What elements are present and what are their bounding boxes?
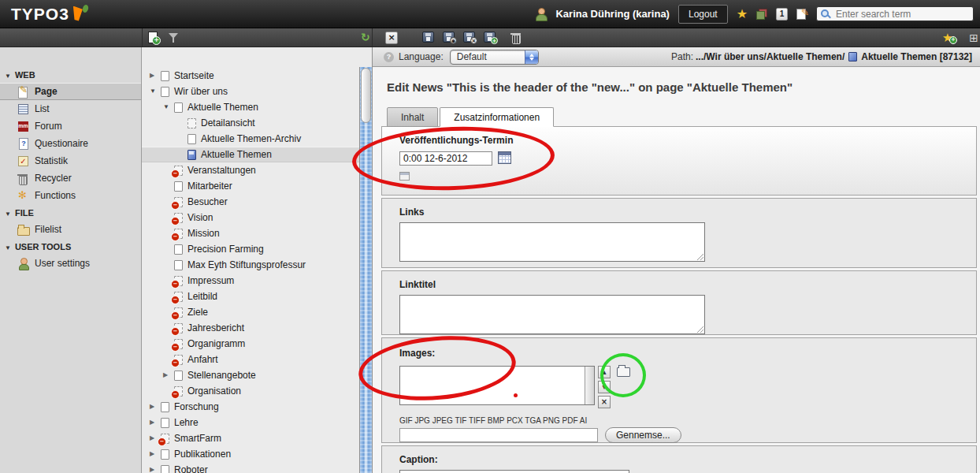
links-textarea[interactable] (399, 222, 705, 262)
tree-item-label[interactable]: Wir über uns (174, 86, 228, 97)
publish-date-input[interactable] (399, 151, 492, 166)
tree-item[interactable]: Detailansicht (142, 115, 359, 131)
tree-item[interactable]: Mission (142, 225, 359, 241)
tree-item[interactable]: Publikationen (142, 446, 359, 462)
expand-toggle-icon[interactable] (163, 367, 173, 383)
bookmark-add-icon[interactable] (942, 31, 955, 43)
browse-button[interactable]: Gennemse... (605, 427, 681, 443)
tree-item-label[interactable]: Jahresbericht (187, 322, 244, 333)
tree-item-label[interactable]: Stellenangebote (187, 370, 256, 381)
fullscreen-icon[interactable] (969, 32, 978, 44)
tree-item-label[interactable]: Detailansicht (201, 117, 255, 128)
tree-item-label[interactable]: Publikationen (174, 449, 231, 460)
tree-item[interactable]: Stellenangebote (142, 367, 359, 383)
language-select[interactable]: Default (450, 50, 539, 65)
help-icon[interactable] (384, 52, 394, 62)
module-menu-item[interactable]: Filelist (0, 221, 141, 238)
expand-toggle-icon[interactable] (150, 446, 159, 462)
bookmark-star-icon[interactable]: ★ (737, 8, 748, 20)
delete-icon[interactable] (510, 32, 522, 43)
logout-button[interactable]: Logout (678, 5, 728, 24)
tree-item-label[interactable]: Leitbild (187, 291, 217, 302)
browse-folder-icon[interactable] (617, 367, 630, 377)
module-menu-item[interactable]: Statistik (0, 152, 141, 169)
save-close-icon[interactable] (463, 32, 475, 43)
tree-item-label[interactable]: Mission (187, 228, 220, 239)
section-header[interactable]: FILE (0, 204, 141, 221)
module-menu-item[interactable]: Recycler (0, 169, 141, 187)
tree-item[interactable]: Aktuelle Themen-Archiv (142, 131, 359, 147)
module-menu-item[interactable]: User settings (0, 255, 141, 272)
tree-item-label[interactable]: Besucher (187, 196, 228, 207)
tab-inhalt[interactable]: Inhalt (387, 107, 438, 127)
expand-toggle-icon[interactable] (163, 99, 173, 115)
new-page-icon[interactable] (148, 32, 159, 43)
tree-item[interactable]: Aktuelle Themen (142, 99, 359, 115)
tree-item-label[interactable]: Precision Farming (187, 244, 264, 255)
module-menu-item[interactable]: Page (0, 83, 141, 100)
search-input[interactable] (816, 6, 974, 21)
tree-item-label[interactable]: Startseite (174, 70, 214, 81)
linktitel-textarea[interactable] (399, 295, 705, 334)
save-icon[interactable] (422, 32, 434, 43)
refresh-icon[interactable] (361, 31, 370, 43)
tree-item[interactable]: Vision (142, 210, 359, 225)
notes-icon[interactable] (796, 8, 807, 20)
secondary-options-icon[interactable] (399, 172, 410, 181)
move-down-button[interactable] (598, 381, 611, 393)
expand-toggle-icon[interactable] (150, 415, 159, 430)
calendar-icon[interactable] (498, 151, 511, 164)
tree-item-label[interactable]: Aktuelle Themen (187, 102, 258, 113)
tree-item[interactable]: Organisation (142, 383, 359, 399)
expand-toggle-icon[interactable] (150, 399, 159, 415)
scrollbar-thumb[interactable] (361, 68, 371, 123)
module-menu-item[interactable]: List (0, 100, 141, 117)
tree-item[interactable]: Impressum (142, 273, 359, 289)
tree-item[interactable]: Besucher (142, 194, 359, 210)
expand-toggle-icon[interactable] (150, 68, 159, 84)
caption-textarea[interactable] (399, 470, 629, 473)
tree-item[interactable]: Anfahrt (142, 352, 359, 367)
tree-item-label[interactable]: Aktuelle Themen-Archiv (201, 133, 301, 144)
close-icon[interactable] (385, 32, 398, 44)
section-header[interactable]: WEB (0, 66, 141, 83)
save-new-icon[interactable] (484, 32, 496, 43)
file-upload-input[interactable] (399, 428, 598, 442)
tree-item-label[interactable]: Aktuelle Themen (201, 149, 272, 160)
listbox-scrollbar[interactable] (585, 367, 594, 404)
tree-item-label[interactable]: Forschung (174, 401, 219, 412)
tree-item[interactable]: Organigramm (142, 336, 359, 352)
tree-item-label[interactable]: Ziele (187, 307, 208, 318)
filter-icon[interactable] (169, 32, 180, 43)
tree-item[interactable]: SmartFarm (142, 430, 359, 446)
tree-item-label[interactable]: Organisation (187, 385, 241, 397)
module-menu-item[interactable]: Forum (0, 117, 141, 135)
tree-item-label[interactable]: Roboter (174, 464, 208, 473)
tree-item[interactable]: Startseite (142, 68, 359, 84)
tree-item-label[interactable]: Max Eyth Stiftungsprofessur (187, 259, 306, 270)
tree-item[interactable]: Mitarbeiter (142, 178, 359, 194)
tree-item[interactable]: Aktuelle Themen (142, 147, 359, 162)
tree-item-label[interactable]: Impressum (187, 275, 234, 286)
expand-toggle-icon[interactable] (150, 84, 159, 99)
save-view-icon[interactable] (443, 32, 455, 43)
remove-item-button[interactable] (598, 396, 611, 408)
tree-scrollbar[interactable] (359, 67, 372, 473)
move-up-button[interactable] (598, 366, 611, 378)
tree-item[interactable]: Max Eyth Stiftungsprofessur (142, 257, 359, 273)
section-header[interactable]: USER TOOLS (0, 238, 141, 255)
tree-item-label[interactable]: Anfahrt (187, 354, 218, 365)
workspace-icon[interactable] (756, 9, 767, 20)
module-menu-item[interactable]: Questionaire (0, 135, 141, 152)
tree-item[interactable]: Forschung (142, 399, 359, 415)
module-menu-item[interactable]: Functions (0, 187, 141, 204)
tree-item[interactable]: Precision Farming (142, 241, 359, 257)
tree-item-label[interactable]: Organigramm (187, 338, 245, 349)
tree-item[interactable]: Lehre (142, 415, 359, 430)
tree-item-label[interactable]: SmartFarm (174, 433, 221, 444)
expand-toggle-icon[interactable] (150, 462, 159, 473)
tree-item[interactable]: Jahresbericht (142, 320, 359, 336)
tree-item-label[interactable]: Veranstaltungen (187, 165, 256, 176)
tree-item[interactable]: Wir über uns (142, 84, 359, 99)
tree-item-label[interactable]: Vision (187, 212, 213, 223)
